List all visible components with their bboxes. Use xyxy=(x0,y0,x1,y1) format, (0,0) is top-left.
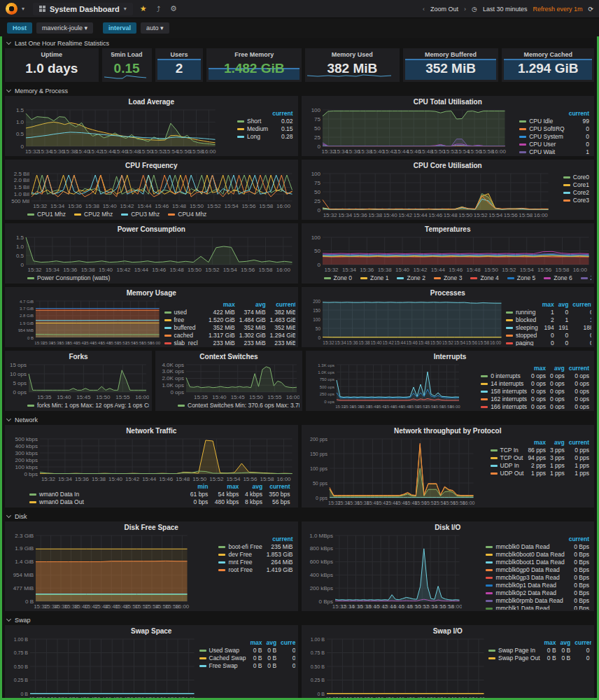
legend-item[interactable]: CPU1 Mhz xyxy=(27,211,66,218)
legend-item[interactable]: mmcblk0boot0 Data Read0 Bps xyxy=(484,551,591,559)
legend-item[interactable]: Zone 6 xyxy=(544,274,572,281)
legend-item[interactable]: mmcblk0gp0 Data Read0 Bps xyxy=(484,566,591,574)
legend-item[interactable]: Long0.28 xyxy=(235,133,295,141)
legend-item[interactable]: CPU Idle99 xyxy=(517,118,591,125)
legend-item[interactable]: 0 interrupts0 ops0 ops0 ops xyxy=(479,372,591,380)
panel-title[interactable]: Processes xyxy=(304,288,592,298)
legend-item[interactable]: 162 interrupts0 ops0 ops0 ops xyxy=(479,396,591,403)
interval-var-value[interactable]: auto ▾ xyxy=(141,22,169,34)
legend-item[interactable]: 14 interrupts0 ops0 ops0 ops xyxy=(479,380,591,388)
legend-item[interactable]: 166 interrupts0 ops0 ops0 ops xyxy=(479,403,591,410)
legend-item[interactable]: mmcblk0gp3 Data Read0 Bps xyxy=(484,574,591,582)
section-header-network[interactable]: Network xyxy=(0,414,599,425)
panel-title[interactable]: Network Traffic xyxy=(8,426,295,436)
legend-item[interactable]: Zone 5 xyxy=(507,274,535,281)
legend-item[interactable]: Zone 7 xyxy=(581,274,591,281)
panel-title[interactable]: Forks xyxy=(8,352,149,362)
zoom-out-left-chevron-icon[interactable]: ‹ xyxy=(423,6,425,13)
legend-item[interactable]: CPU SoftIRQ0 xyxy=(517,125,591,133)
settings-gear-icon[interactable]: ⚙ xyxy=(167,4,180,13)
legend-item[interactable]: Short0.02 xyxy=(235,118,295,125)
stat-users[interactable]: Users 2 xyxy=(155,48,204,82)
logo-caret-icon[interactable]: ▾ xyxy=(22,6,24,12)
stat-memory-used[interactable]: Memory Used 382 MiB xyxy=(305,48,400,82)
section-header-stats[interactable]: Last One Hour Realtime Statistics xyxy=(0,38,599,48)
legend-item[interactable]: forks Min: 1 ops Max: 12 ops Avg: 1 ops … xyxy=(27,402,149,409)
refresh-icon[interactable]: ⟳ xyxy=(588,6,593,13)
legend-item[interactable]: cached1.317 GiB1.302 GiB1.294 GiB xyxy=(162,332,295,340)
dashboard-picker[interactable]: System Dashboard ▾ xyxy=(33,3,133,15)
legend-item[interactable]: Core3 xyxy=(561,197,591,204)
panel-title[interactable]: CPU Frequency xyxy=(8,161,295,171)
panel-title[interactable]: Power Consumption xyxy=(8,225,295,234)
host-var-value[interactable]: maverick-joule ▾ xyxy=(36,22,93,34)
legend-item[interactable]: used422 MiB374 MiB382 MiB xyxy=(162,309,295,316)
legend-item[interactable]: Swap Page In0 B0 B0 B xyxy=(486,647,591,654)
legend-item[interactable]: Free Swap0 B0 B0 B xyxy=(197,662,295,670)
stat-uptime[interactable]: Uptime 1.0 days xyxy=(5,48,99,82)
legend-item[interactable]: buffered352 MiB352 MiB352 MiB xyxy=(162,324,295,332)
section-header-disk[interactable]: Disk xyxy=(0,511,599,522)
legend-item[interactable]: Context Switches Min: 370.6 ops Max: 3.7… xyxy=(178,402,300,409)
legend-item[interactable]: stopped000 xyxy=(504,332,591,340)
legend-item[interactable]: Cached Swap0 B0 B0 B xyxy=(197,654,295,662)
share-icon[interactable]: ⤴ xyxy=(154,5,164,13)
legend-item[interactable]: Zone 4 xyxy=(470,274,498,281)
legend-item[interactable]: mnt Free264 MiB xyxy=(216,559,295,566)
legend-item[interactable]: 158 interrupts0 ops0 ops0 ops xyxy=(479,388,591,396)
legend-item[interactable]: mmcblk0p2 Data Read0 Bps xyxy=(484,589,591,597)
legend-item[interactable]: CPU3 Mhz xyxy=(121,211,160,218)
stat-memory-buffered[interactable]: Memory Buffered 352 MiB xyxy=(403,48,499,82)
legend-item[interactable]: Core1 xyxy=(561,181,591,189)
legend-item[interactable]: Core2 xyxy=(561,189,591,197)
panel-title[interactable]: Disk I/O xyxy=(304,523,592,533)
legend-item[interactable]: root Free1.419 GiB xyxy=(216,566,295,574)
panel-title[interactable]: Load Average xyxy=(8,97,295,107)
legend-item[interactable]: Swap Page Out0 B0 B0 B xyxy=(486,654,591,662)
legend-item[interactable]: Medium0.15 xyxy=(235,125,295,133)
grafana-logo-icon[interactable] xyxy=(6,3,17,15)
panel-title[interactable]: Context Switches xyxy=(158,352,300,362)
stat-free-memory[interactable]: Free Memory 1.482 GiB xyxy=(206,48,302,82)
legend-item[interactable]: TCP In86 pps3 pps0 pps xyxy=(488,447,591,454)
section-header-swap[interactable]: Swap xyxy=(0,615,599,625)
star-icon[interactable]: ★ xyxy=(137,4,150,13)
legend-item[interactable]: dev Free1.853 GiB xyxy=(216,551,295,559)
legend-item[interactable]: slab_recl233 MiB233 MiB233 MiB xyxy=(162,340,295,346)
refresh-interval-label[interactable]: Refresh every 1m xyxy=(533,6,582,13)
legend-item[interactable]: CPU Wait1 xyxy=(517,148,591,155)
panel-title[interactable]: Swap Space xyxy=(8,626,295,636)
legend-item[interactable]: UDP In2 pps1 pps1 pps xyxy=(488,462,591,470)
stat-5min-load[interactable]: 5min Load 0.15 xyxy=(102,48,152,82)
legend-item[interactable]: mmcblk1 Data Read0 Bps xyxy=(484,605,591,610)
zoom-out-button[interactable]: Zoom Out xyxy=(430,6,458,13)
legend-item[interactable]: boot-efi Free235 MiB xyxy=(216,543,295,551)
legend-item[interactable]: CPU4 Mhz xyxy=(168,211,206,218)
legend-item[interactable]: CPU2 Mhz xyxy=(74,211,113,218)
legend-item[interactable]: wman0 Data In61 bps54 kbps4 kbps350 bps xyxy=(27,491,293,498)
legend-item[interactable]: Zone 2 xyxy=(397,274,425,281)
panel-title[interactable]: Swap I/O xyxy=(304,626,592,636)
panel-title[interactable]: Interrupts xyxy=(309,352,591,362)
zoom-out-right-chevron-icon[interactable]: › xyxy=(464,6,466,13)
legend-item[interactable]: Core0 xyxy=(561,174,591,181)
legend-item[interactable]: mmcblk0rpmb Data Read0 Bps xyxy=(484,597,591,605)
legend-item[interactable]: Zone 0 xyxy=(324,274,352,281)
legend-item[interactable]: wman0 Data Out0 bps480 kbps8 kbps56 bps xyxy=(27,498,293,506)
legend-item[interactable]: sleeping194191188 xyxy=(504,324,591,332)
legend-item[interactable]: blocked211 xyxy=(504,316,591,324)
legend-item[interactable]: mmcblk0 Data Read0 Bps xyxy=(484,543,591,551)
legend-item[interactable]: Zone 3 xyxy=(434,274,462,281)
panel-title[interactable]: Network throughput by Protocol xyxy=(304,426,592,436)
legend-item[interactable]: Used Swap0 B0 B0 B xyxy=(197,647,295,654)
legend-item[interactable]: Zone 1 xyxy=(360,274,388,281)
legend-item[interactable]: mmcblk0p1 Data Read0 Bps xyxy=(484,582,591,589)
panel-title[interactable]: Temperatures xyxy=(304,225,592,234)
panel-title[interactable]: Disk Free Space xyxy=(8,523,295,533)
legend-item[interactable]: TCP Out94 pps3 pps0 pps xyxy=(488,454,591,462)
legend-item[interactable]: paging000 xyxy=(504,340,591,346)
legend-item[interactable]: mmcblk0boot1 Data Read0 Bps xyxy=(484,559,591,566)
stat-memory-cached[interactable]: Memory Cached 1.294 GiB xyxy=(502,48,594,82)
time-range-picker[interactable]: Last 30 minutes xyxy=(483,6,528,13)
legend-item[interactable]: UDP Out1 pps1 pps1 pps xyxy=(488,470,591,477)
